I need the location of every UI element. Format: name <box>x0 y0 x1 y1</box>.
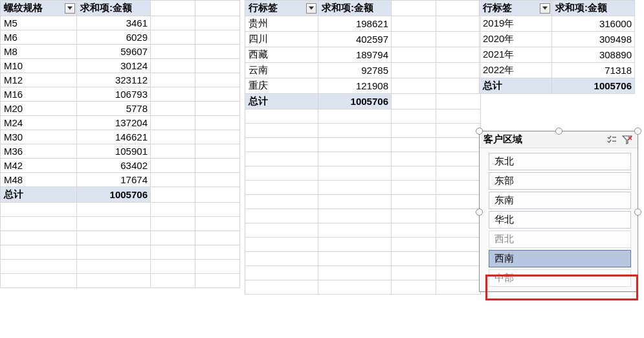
empty-cell <box>195 217 240 231</box>
row-value[interactable]: 30124 <box>77 59 151 73</box>
row-value[interactable]: 3461 <box>77 16 151 30</box>
resize-handle[interactable] <box>476 208 483 216</box>
row-value[interactable]: 59607 <box>77 45 151 59</box>
empty-cell <box>318 280 392 295</box>
row-value[interactable]: 63402 <box>77 159 151 173</box>
row-label[interactable]: M10 <box>1 59 77 73</box>
empty-cell <box>436 138 481 152</box>
empty-cell <box>77 274 151 288</box>
resize-handle[interactable] <box>634 208 641 216</box>
table-row: M24137204 <box>1 116 240 130</box>
row-value[interactable]: 6029 <box>77 30 151 45</box>
row-value[interactable]: 106793 <box>77 87 151 102</box>
empty-cell <box>151 159 195 173</box>
slicer-item[interactable]: 东南 <box>489 192 631 209</box>
empty-cell <box>195 260 240 274</box>
row-label[interactable]: 贵州 <box>245 16 318 32</box>
row-label[interactable]: 2019年 <box>480 16 552 32</box>
row-label[interactable]: 云南 <box>245 63 318 78</box>
row-label[interactable]: M30 <box>1 130 77 144</box>
empty-cell <box>245 209 318 223</box>
slicer[interactable]: 客户区域 东北东部东南华北西北西南中部 <box>479 131 638 292</box>
empty-cell <box>392 152 436 166</box>
empty-cell <box>151 130 195 144</box>
resize-handle[interactable] <box>476 128 483 135</box>
row-value[interactable]: 198621 <box>318 16 392 32</box>
row-label[interactable]: M24 <box>1 116 77 130</box>
empty-cell <box>151 73 195 87</box>
row-value[interactable]: 316000 <box>552 16 635 32</box>
table-row: 四川402597 <box>245 32 481 47</box>
row-label[interactable]: M12 <box>1 73 77 87</box>
row-label[interactable]: M48 <box>1 173 77 187</box>
row-label[interactable]: M8 <box>1 45 77 59</box>
empty-row <box>1 203 240 217</box>
resize-handle[interactable] <box>555 128 562 135</box>
row-label[interactable]: 四川 <box>245 32 318 47</box>
row-label[interactable]: M5 <box>1 16 77 30</box>
multiselect-icon[interactable] <box>605 134 618 146</box>
empty-cell <box>318 238 392 252</box>
row-value[interactable]: 308890 <box>552 47 635 63</box>
slicer-item[interactable]: 中部 <box>489 269 631 287</box>
row-label[interactable]: M36 <box>1 144 77 159</box>
row-value[interactable]: 146621 <box>77 130 151 144</box>
row-value[interactable]: 402597 <box>318 32 392 47</box>
pivot2-col1-header[interactable]: 行标签 <box>245 1 318 16</box>
row-value[interactable]: 309498 <box>552 32 635 47</box>
filter-dropdown-icon[interactable] <box>65 3 75 14</box>
empty-cell <box>77 203 151 217</box>
row-value[interactable]: 92785 <box>318 63 392 78</box>
row-value[interactable]: 121908 <box>318 78 392 94</box>
pivot1-total-label: 总计 <box>1 187 77 203</box>
row-value[interactable]: 137204 <box>77 116 151 130</box>
empty-cell <box>77 260 151 274</box>
pivot1-col1-header[interactable]: 螺纹规格 <box>1 1 77 16</box>
empty-cell <box>151 231 195 245</box>
filter-dropdown-icon[interactable] <box>540 3 550 14</box>
pivot2-total-value: 1005706 <box>318 94 392 109</box>
table-row: M53461 <box>1 16 240 30</box>
slicer-item[interactable]: 西南 <box>489 250 631 267</box>
slicer-item[interactable]: 东北 <box>489 153 631 170</box>
row-label[interactable]: 重庆 <box>245 78 318 94</box>
row-value[interactable]: 323112 <box>77 73 151 87</box>
row-label[interactable]: M42 <box>1 159 77 173</box>
empty-cell <box>318 152 392 166</box>
table-row: 2019年316000 <box>480 16 635 32</box>
row-value[interactable]: 189794 <box>318 47 392 63</box>
pivot3-col1-header[interactable]: 行标签 <box>480 1 552 16</box>
empty-cell <box>436 1 481 16</box>
slicer-item[interactable]: 东部 <box>489 172 631 190</box>
filter-dropdown-icon[interactable] <box>306 3 316 14</box>
empty-cell <box>318 181 392 195</box>
row-value[interactable]: 105901 <box>77 144 151 159</box>
empty-row <box>245 209 481 223</box>
clear-filter-icon[interactable] <box>621 134 634 146</box>
table-row: M4263402 <box>1 159 240 173</box>
empty-row <box>245 138 481 152</box>
table-row: M30146621 <box>1 130 240 144</box>
table-row: 重庆121908 <box>245 78 481 94</box>
row-label[interactable]: M16 <box>1 87 77 102</box>
row-label[interactable]: 西藏 <box>245 47 318 63</box>
pivot1-col2-header: 求和项:金额 <box>77 1 151 16</box>
row-label[interactable]: 2021年 <box>480 47 552 63</box>
row-label[interactable]: M20 <box>1 102 77 116</box>
row-label[interactable]: 2022年 <box>480 63 552 78</box>
resize-handle[interactable] <box>634 128 641 135</box>
row-label[interactable]: 2020年 <box>480 32 552 47</box>
slicer-item[interactable]: 西北 <box>489 231 631 248</box>
empty-cell <box>436 195 481 209</box>
row-value[interactable]: 17674 <box>77 173 151 187</box>
empty-cell <box>195 245 240 260</box>
pivot1-col1-label: 螺纹规格 <box>4 2 43 13</box>
empty-row <box>1 217 240 231</box>
slicer-item[interactable]: 华北 <box>489 211 631 229</box>
empty-cell <box>195 87 240 102</box>
row-label[interactable]: M6 <box>1 30 77 45</box>
empty-cell <box>151 173 195 187</box>
row-value[interactable]: 71318 <box>552 63 635 78</box>
slicer-container[interactable]: 客户区域 东北东部东南华北西北西南中部 <box>479 131 638 292</box>
row-value[interactable]: 5778 <box>77 102 151 116</box>
